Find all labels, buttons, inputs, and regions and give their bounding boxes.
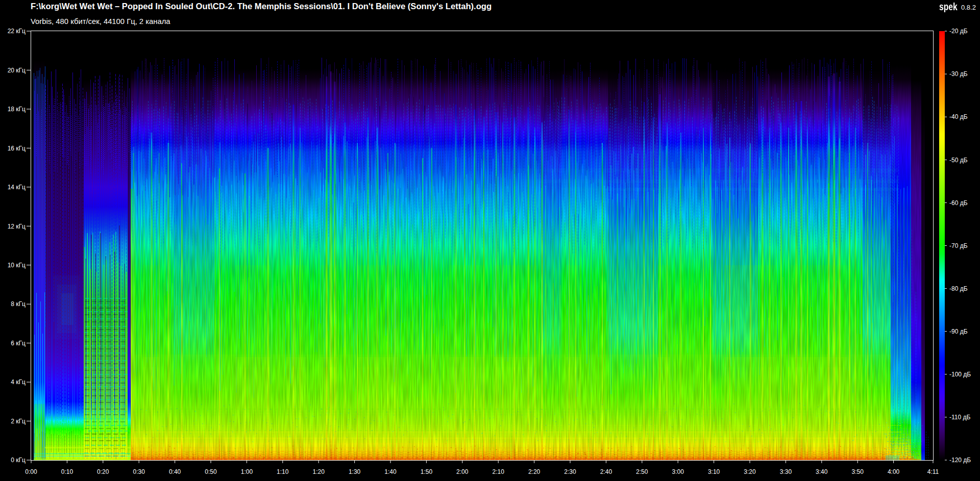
svg-text:12 кГц: 12 кГц [8,223,26,230]
svg-text:20 кГц: 20 кГц [8,67,26,74]
svg-text:0:40: 0:40 [169,468,181,475]
svg-text:-20 дБ: -20 дБ [949,28,968,35]
svg-text:3:40: 3:40 [816,468,828,475]
svg-text:3:50: 3:50 [852,468,864,475]
svg-text:-80 дБ: -80 дБ [949,285,968,292]
svg-text:3:30: 3:30 [780,468,792,475]
svg-text:0 кГц: 0 кГц [11,457,26,464]
svg-text:22 кГц: 22 кГц [8,28,26,35]
svg-text:2:20: 2:20 [528,468,541,475]
svg-text:1:30: 1:30 [349,468,361,475]
svg-text:18 кГц: 18 кГц [8,106,26,113]
svg-text:0:00: 0:00 [25,468,37,475]
svg-text:3:10: 3:10 [708,468,720,475]
svg-text:3:00: 3:00 [672,468,684,475]
svg-text:16 кГц: 16 кГц [8,145,26,152]
svg-text:1:40: 1:40 [384,468,397,475]
svg-text:0:50: 0:50 [205,468,217,475]
svg-text:14 кГц: 14 кГц [8,184,26,191]
svg-text:-110 дБ: -110 дБ [949,414,970,421]
svg-text:-50 дБ: -50 дБ [949,157,968,164]
svg-text:6 кГц: 6 кГц [11,340,26,347]
svg-text:10 кГц: 10 кГц [8,262,26,269]
svg-text:0:10: 0:10 [61,468,74,475]
svg-text:-70 дБ: -70 дБ [949,242,968,249]
svg-text:8 кГц: 8 кГц [11,300,26,308]
svg-text:-30 дБ: -30 дБ [949,70,968,78]
svg-text:2:40: 2:40 [600,468,612,475]
svg-text:-60 дБ: -60 дБ [949,199,968,207]
svg-text:1:10: 1:10 [277,468,289,475]
svg-text:-90 дБ: -90 дБ [949,328,968,335]
svg-text:2:00: 2:00 [456,468,469,475]
svg-text:-120 дБ: -120 дБ [949,457,971,464]
svg-text:3:20: 3:20 [744,468,756,475]
svg-text:0:20: 0:20 [97,468,109,475]
svg-text:2 кГц: 2 кГц [11,418,26,425]
svg-text:2:50: 2:50 [636,468,648,475]
svg-text:1:20: 1:20 [313,468,325,475]
svg-text:4:11: 4:11 [927,468,939,475]
svg-text:1:00: 1:00 [241,468,253,475]
svg-text:1:50: 1:50 [421,468,433,475]
svg-text:2:30: 2:30 [564,468,576,475]
svg-text:0:30: 0:30 [133,468,145,475]
svg-text:4:00: 4:00 [888,468,900,475]
svg-text:4 кГц: 4 кГц [11,378,26,386]
svg-text:-40 дБ: -40 дБ [949,113,968,120]
svg-text:2:10: 2:10 [493,468,505,475]
svg-text:-100 дБ: -100 дБ [949,371,971,378]
